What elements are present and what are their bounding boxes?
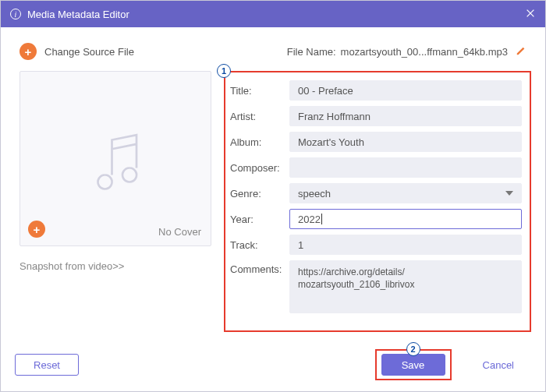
year-field[interactable]: 2022 (289, 209, 522, 229)
reset-button[interactable]: Reset (15, 354, 79, 376)
artist-label: Artist: (230, 111, 289, 122)
body: + Change Source File File Name: mozartsy… (1, 27, 545, 341)
genre-label: Genre: (230, 188, 289, 200)
title-label: Title: (230, 85, 289, 97)
close-icon[interactable] (525, 8, 536, 21)
file-name-value: mozartsyouth_00...ffmann_64kb.mp3 (341, 46, 508, 58)
title-row: Title: 00 - Preface (230, 80, 522, 101)
album-label: Album: (230, 136, 289, 148)
composer-field[interactable] (289, 157, 522, 178)
window-title: Media Metadata Editor (27, 9, 129, 20)
year-label: Year: (230, 214, 289, 225)
add-cover-button[interactable]: + (28, 221, 45, 238)
album-field[interactable]: Mozart's Youth (289, 132, 522, 152)
cancel-button[interactable]: Cancel (466, 354, 531, 376)
genre-row: Genre: speech (230, 183, 522, 203)
track-row: Track: 1 (230, 235, 522, 255)
year-row: Year: 2022 (230, 209, 522, 229)
no-cover-label: No Cover (158, 226, 201, 238)
metadata-form: 1 Title: 00 - Preface Artist: Franz Hoff… (224, 71, 531, 332)
genre-select[interactable]: speech (289, 183, 522, 203)
file-name-label: File Name: (287, 46, 336, 58)
artist-field[interactable]: Franz Hoffmann (289, 106, 522, 126)
snapshot-from-video-link[interactable]: Snapshot from video>> (20, 260, 207, 272)
footer: Reset 2 Save Cancel (1, 341, 545, 391)
comments-label: Comments: (230, 260, 289, 275)
main-area: + No Cover Snapshot from video>> 1 Title… (15, 71, 531, 332)
comments-row: Comments: https://archive.org/details/ m… (230, 260, 522, 313)
cover-column: + No Cover Snapshot from video>> (15, 71, 207, 332)
edit-filename-icon[interactable] (516, 45, 526, 58)
track-label: Track: (230, 239, 289, 251)
composer-row: Composer: (230, 157, 522, 178)
titlebar: i Media Metadata Editor (1, 1, 545, 27)
music-note-icon (80, 122, 151, 195)
change-source-link[interactable]: Change Source File (44, 46, 134, 58)
composer-label: Composer: (230, 162, 289, 174)
info-icon: i (10, 9, 21, 19)
top-row: + Change Source File File Name: mozartsy… (20, 43, 526, 60)
artist-row: Artist: Franz Hoffmann (230, 106, 522, 126)
metadata-editor-window: i Media Metadata Editor + Change Source … (0, 0, 546, 392)
callout-1: 1 (217, 64, 231, 78)
save-highlight: 2 Save (375, 349, 452, 380)
callout-2: 2 (406, 342, 420, 356)
album-row: Album: Mozart's Youth (230, 132, 522, 152)
comments-field[interactable]: https://archive.org/details/ mozartsyout… (289, 260, 522, 313)
save-button[interactable]: Save (381, 354, 445, 376)
track-field[interactable]: 1 (289, 235, 522, 255)
cover-art-box[interactable]: + No Cover (20, 71, 211, 246)
add-source-button[interactable]: + (20, 43, 37, 60)
title-field[interactable]: 00 - Preface (289, 80, 522, 101)
